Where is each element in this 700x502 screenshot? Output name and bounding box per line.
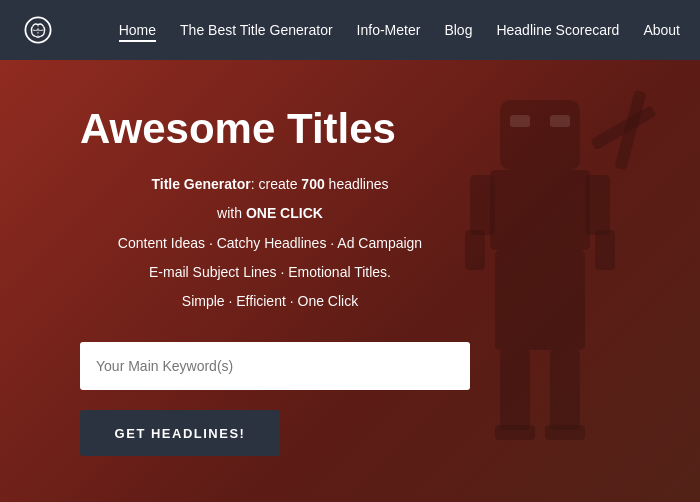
hero-title: Awesome Titles <box>80 106 460 152</box>
svg-rect-7 <box>465 230 485 270</box>
nav-link-home[interactable]: Home <box>119 22 156 42</box>
svg-rect-9 <box>495 250 585 350</box>
nav-item-blog[interactable]: Blog <box>444 21 472 39</box>
nav-item-about[interactable]: About <box>643 21 680 39</box>
navbar: Home The Best Title Generator Info-Meter… <box>0 0 700 60</box>
svg-rect-10 <box>500 350 530 430</box>
nav-link-blog[interactable]: Blog <box>444 22 472 38</box>
hero-section: Awesome Titles Title Generator: create 7… <box>0 60 700 502</box>
nav-link-infometer[interactable]: Info-Meter <box>357 22 421 38</box>
keyword-input[interactable] <box>80 342 470 390</box>
hero-content: Awesome Titles Title Generator: create 7… <box>0 106 460 456</box>
svg-rect-4 <box>490 170 590 250</box>
svg-rect-13 <box>545 425 585 440</box>
nav-links: Home The Best Title Generator Info-Meter… <box>119 21 680 39</box>
hero-line1: Title Generator: create 700 headlines <box>80 172 460 197</box>
svg-rect-12 <box>495 425 535 440</box>
one-click-label: ONE CLICK <box>246 205 323 221</box>
hero-line2-prefix: with <box>217 205 246 221</box>
hero-line1-text: : create 700 headlines <box>251 176 389 192</box>
nav-link-scorecard[interactable]: Headline Scorecard <box>496 22 619 38</box>
nav-item-generator[interactable]: The Best Title Generator <box>180 21 333 39</box>
nav-item-infometer[interactable]: Info-Meter <box>357 21 421 39</box>
nav-item-scorecard[interactable]: Headline Scorecard <box>496 21 619 39</box>
hero-line5: Simple · Efficient · One Click <box>80 289 460 314</box>
hero-line2: with ONE CLICK <box>80 201 460 226</box>
hero-subtitle: Title Generator: create 700 headlines wi… <box>80 172 460 314</box>
brain-icon <box>20 12 56 48</box>
svg-rect-3 <box>550 115 570 127</box>
get-headlines-button[interactable]: GET HEADLINES! <box>80 410 280 456</box>
svg-rect-8 <box>595 230 615 270</box>
nav-link-about[interactable]: About <box>643 22 680 38</box>
svg-rect-2 <box>510 115 530 127</box>
nav-link-generator[interactable]: The Best Title Generator <box>180 22 333 38</box>
title-generator-label: Title Generator <box>151 176 250 192</box>
nav-item-home[interactable]: Home <box>119 21 156 39</box>
hero-line4: E-mail Subject Lines · Emotional Titles. <box>80 260 460 285</box>
keyword-input-wrapper <box>80 342 460 390</box>
svg-rect-5 <box>470 175 495 235</box>
brand-logo[interactable] <box>20 12 56 48</box>
headline-count: 700 <box>301 176 324 192</box>
svg-rect-11 <box>550 350 580 430</box>
svg-rect-1 <box>500 100 580 170</box>
svg-rect-6 <box>585 175 610 235</box>
hero-line3: Content Ideas · Catchy Headlines · Ad Ca… <box>80 231 460 256</box>
